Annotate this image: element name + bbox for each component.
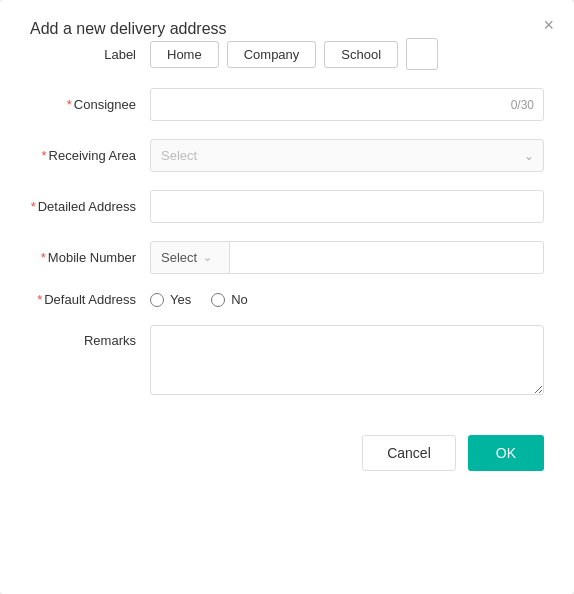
- consignee-required: *: [67, 97, 72, 112]
- receiving-area-required: *: [41, 148, 46, 163]
- default-yes-radio[interactable]: [150, 293, 164, 307]
- detailed-address-required: *: [31, 199, 36, 214]
- default-no-radio-label[interactable]: No: [211, 292, 248, 307]
- custom-label-box[interactable]: [406, 38, 438, 70]
- default-yes-label: Yes: [170, 292, 191, 307]
- close-button[interactable]: ×: [543, 16, 554, 34]
- remarks-textarea[interactable]: [150, 325, 544, 395]
- consignee-label: *Consignee: [30, 97, 150, 112]
- remarks-label: Remarks: [30, 325, 150, 348]
- add-address-modal: Add a new delivery address × Label Home …: [0, 0, 574, 594]
- detailed-address-label: *Detailed Address: [30, 199, 150, 214]
- default-no-label: No: [231, 292, 248, 307]
- receiving-area-select[interactable]: Select: [150, 139, 544, 172]
- mobile-required: *: [41, 250, 46, 265]
- consignee-input[interactable]: [150, 88, 544, 121]
- mobile-number-label: *Mobile Number: [30, 250, 150, 265]
- mobile-input-group: Select ⌄: [150, 241, 544, 274]
- modal-footer: Cancel OK: [30, 425, 544, 471]
- default-yes-radio-label[interactable]: Yes: [150, 292, 191, 307]
- default-address-radio-group: Yes No: [150, 292, 248, 307]
- school-label-button[interactable]: School: [324, 41, 398, 68]
- ok-button[interactable]: OK: [468, 435, 544, 471]
- company-label-button[interactable]: Company: [227, 41, 317, 68]
- cancel-button[interactable]: Cancel: [362, 435, 456, 471]
- mobile-prefix-chevron-icon: ⌄: [203, 251, 212, 264]
- detailed-address-row: *Detailed Address: [30, 190, 544, 223]
- mobile-prefix-label: Select: [161, 250, 197, 265]
- default-address-label: *Default Address: [30, 292, 150, 307]
- detailed-address-input[interactable]: [150, 190, 544, 223]
- label-row: Label Home Company School: [30, 38, 544, 70]
- consignee-row: *Consignee 0/30: [30, 88, 544, 121]
- mobile-number-row: *Mobile Number Select ⌄: [30, 241, 544, 274]
- consignee-counter: 0/30: [511, 98, 534, 112]
- label-field-label: Label: [30, 47, 150, 62]
- home-label-button[interactable]: Home: [150, 41, 219, 68]
- default-no-radio[interactable]: [211, 293, 225, 307]
- consignee-input-wrapper: 0/30: [150, 88, 544, 121]
- receiving-area-row: *Receiving Area Select ⌄: [30, 139, 544, 172]
- label-buttons-group: Home Company School: [150, 38, 438, 70]
- modal-title: Add a new delivery address: [30, 20, 227, 37]
- receiving-area-label: *Receiving Area: [30, 148, 150, 163]
- default-address-row: *Default Address Yes No: [30, 292, 544, 307]
- mobile-prefix-select[interactable]: Select ⌄: [150, 241, 230, 274]
- remarks-row: Remarks: [30, 325, 544, 395]
- mobile-number-input[interactable]: [230, 241, 544, 274]
- receiving-area-select-wrapper: Select ⌄: [150, 139, 544, 172]
- default-required: *: [37, 292, 42, 307]
